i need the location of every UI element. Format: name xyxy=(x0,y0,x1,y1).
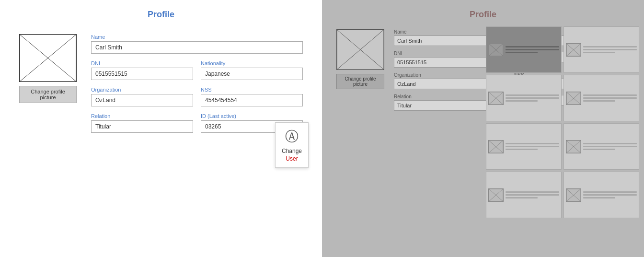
left-profile-content: Change profile picture Name DNI National… xyxy=(19,34,303,140)
nss-field-group: NSS xyxy=(201,87,303,106)
wf-line xyxy=(583,49,637,50)
wf-lines-4-2 xyxy=(583,191,637,199)
wf-lines-3-2 xyxy=(583,143,637,150)
wf-line xyxy=(583,191,637,193)
left-form-section: Name DNI Nationality Organization xyxy=(91,34,303,140)
wf-img-1-1 xyxy=(488,43,504,57)
wf-lines-2-1 xyxy=(506,94,559,102)
left-avatar-section: Change profile picture xyxy=(19,34,77,140)
wf-cell-2-1 xyxy=(486,75,562,121)
relation-field-group: Relation xyxy=(91,113,193,133)
nationality-label: Nationality xyxy=(201,60,303,66)
change-user-popup[interactable]: Ⓐ Change User xyxy=(275,122,309,168)
left-panel: Profile Change profile picture Name DNI xyxy=(0,0,322,257)
left-panel-title: Profile xyxy=(19,10,303,20)
wf-line xyxy=(583,146,637,147)
organization-input[interactable] xyxy=(91,94,193,106)
wf-line xyxy=(583,143,637,144)
wf-line xyxy=(506,49,559,50)
wf-line xyxy=(506,100,538,102)
wf-img-4-2 xyxy=(566,188,581,202)
right-avatar-placeholder xyxy=(336,29,384,70)
wf-cell-4-1 xyxy=(486,172,562,218)
dni-label: DNI xyxy=(91,60,193,66)
wf-line xyxy=(583,100,615,102)
wf-line xyxy=(583,94,637,96)
nationality-field-group: Nationality xyxy=(201,60,303,80)
wf-line xyxy=(506,149,538,150)
wf-cell-2-2 xyxy=(564,75,639,121)
name-label: Name xyxy=(91,34,303,40)
wireframe-overlay xyxy=(486,26,639,218)
dni-field-group: DNI xyxy=(91,60,193,80)
wf-line xyxy=(583,97,637,99)
relation-label: Relation xyxy=(91,113,193,119)
wf-img-3-1 xyxy=(488,140,504,153)
wf-img-1-2 xyxy=(566,43,581,57)
wf-cell-3-1 xyxy=(486,123,562,170)
wf-cell-1-1 xyxy=(486,26,562,73)
right-panel: Profile Change profile picture Name DNI xyxy=(322,0,644,257)
nationality-input[interactable] xyxy=(201,68,303,80)
wf-img-2-2 xyxy=(566,92,581,105)
nss-input[interactable] xyxy=(201,94,303,106)
nss-label: NSS xyxy=(201,87,303,93)
dni-input[interactable] xyxy=(91,68,193,80)
wf-line xyxy=(583,197,615,199)
wf-line xyxy=(506,46,559,47)
right-panel-title: Profile xyxy=(336,10,630,20)
wf-cell-4-2 xyxy=(564,172,639,218)
org-nss-row: Organization NSS xyxy=(91,87,303,113)
wf-line xyxy=(583,52,615,53)
wf-img-2-1 xyxy=(488,92,504,105)
left-avatar-placeholder xyxy=(19,34,77,82)
wf-img-4-1 xyxy=(488,188,504,202)
wf-line xyxy=(506,52,538,53)
wf-line xyxy=(506,97,559,99)
right-avatar-section: Change profile picture xyxy=(336,29,384,116)
wf-cell-1-2 xyxy=(564,26,639,73)
wf-line xyxy=(506,146,559,147)
wf-line xyxy=(506,197,538,199)
wf-lines-2-2 xyxy=(583,94,637,102)
wf-line xyxy=(583,46,637,47)
wf-line xyxy=(506,191,559,193)
change-profile-picture-button[interactable]: Change profile picture xyxy=(19,86,77,103)
wf-line xyxy=(583,194,637,196)
organization-label: Organization xyxy=(91,87,193,93)
id-label: ID (Last active) xyxy=(201,113,303,119)
wf-lines-3-1 xyxy=(506,143,559,150)
dni-nationality-row: DNI Nationality xyxy=(91,60,303,87)
wf-img-3-2 xyxy=(566,140,581,153)
relation-input[interactable] xyxy=(91,120,193,133)
relation-id-row: Relation ID (Last active) xyxy=(91,113,303,140)
wf-line xyxy=(583,149,615,150)
wf-line xyxy=(506,94,559,96)
wf-line xyxy=(506,143,559,144)
wf-lines-4-1 xyxy=(506,191,559,199)
wf-line xyxy=(506,194,559,196)
wf-cell-3-2 xyxy=(564,123,639,170)
wf-lines-1-2 xyxy=(583,46,637,53)
name-field-group: Name xyxy=(91,34,303,54)
right-change-profile-picture-button[interactable]: Change profile picture xyxy=(336,74,384,89)
organization-field-group: Organization xyxy=(91,87,193,106)
user-icon: Ⓐ xyxy=(285,128,299,146)
wf-lines-1-1 xyxy=(506,46,559,53)
change-user-label: Change User xyxy=(282,148,302,163)
name-input[interactable] xyxy=(91,41,303,54)
